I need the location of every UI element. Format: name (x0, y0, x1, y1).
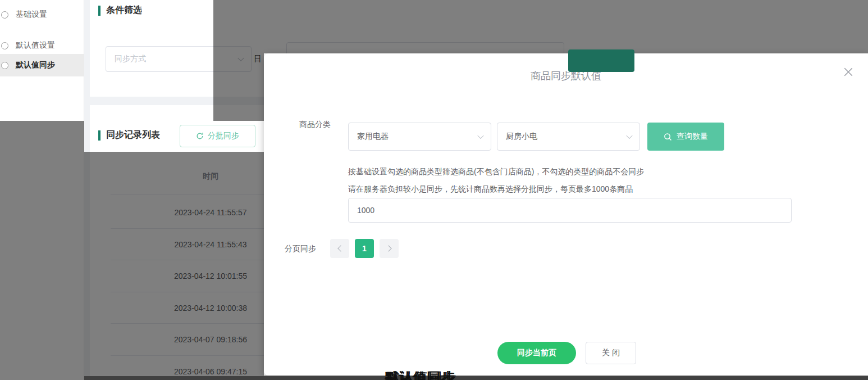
sidebar-item-label: 默认值设置 (16, 40, 55, 51)
screenshot-glitch-text: 默认值同步 (385, 369, 455, 380)
dialog-close-button[interactable]: 关 闭 (586, 342, 636, 364)
close-icon[interactable] (843, 67, 853, 77)
section-bar (98, 6, 100, 16)
query-count-label: 查询数量 (677, 132, 708, 142)
product-sync-default-dialog: 商品同步默认值 商品分类 家用电器 厨房小电 查询数量 按基础设置勾选的商品类型… (264, 53, 868, 376)
category-level2-value: 厨房小电 (506, 132, 623, 142)
sidebar-item-default-value-sync[interactable]: 默认值同步 (0, 54, 84, 76)
refresh-icon (196, 132, 204, 140)
pagination-label: 分页同步 (285, 244, 316, 254)
query-count-button[interactable]: 查询数量 (647, 123, 724, 151)
sidebar-item-basic-settings[interactable]: 基础设置 (0, 3, 84, 26)
sidebar-item-default-value-settings[interactable]: 默认值设置 (0, 34, 84, 57)
batch-sync-label: 分批同步 (208, 131, 239, 141)
search-icon (664, 133, 672, 141)
sync-current-page-button[interactable]: 同步当前页 (497, 342, 576, 364)
modal-backdrop (213, 0, 868, 53)
radio-icon (1, 11, 8, 19)
batch-sync-button[interactable]: 分批同步 (180, 125, 255, 147)
filter-section-header: 条件筛选 (98, 4, 142, 16)
sidebar-item-label: 基础设置 (16, 10, 47, 20)
pager-next-button[interactable] (380, 239, 399, 258)
chevron-left-icon (337, 245, 344, 251)
section-bar (98, 130, 100, 141)
records-section-title: 同步记录列表 (106, 129, 160, 141)
category-label: 商品分类 (299, 120, 331, 130)
pager-page-1-button[interactable]: 1 (355, 239, 374, 258)
records-section-header: 同步记录列表 (98, 129, 160, 141)
modal-backdrop (213, 53, 264, 121)
modal-backdrop (0, 121, 84, 152)
chevron-down-icon (626, 133, 632, 139)
category-level2-select[interactable]: 厨房小电 (497, 123, 640, 151)
radio-icon (1, 42, 8, 49)
category-level1-value: 家用电器 (357, 132, 474, 142)
dialog-title: 商品同步默认值 (264, 69, 868, 83)
filter-section-title: 条件筛选 (106, 4, 142, 16)
chevron-down-icon (477, 133, 483, 139)
modal-backdrop (0, 152, 264, 380)
category-level1-select[interactable]: 家用电器 (348, 123, 491, 151)
help-text-line1: 按基础设置勾选的商品类型筛选商品(不包含门店商品)，不勾选的类型的商品不会同步 (348, 166, 644, 177)
radio-icon (1, 62, 8, 69)
sidebar-item-label: 默认值同步 (16, 60, 55, 70)
pager-prev-button[interactable] (330, 239, 349, 258)
filter-search-button[interactable] (568, 49, 634, 72)
help-text-line2: 请在服务器负担较小是同步，先统计商品数再选择分批同步，每页最多1000条商品 (348, 183, 633, 194)
chevron-right-icon (385, 245, 391, 251)
screenshot-glitch-strip (84, 376, 868, 380)
page-size-input[interactable] (348, 198, 792, 223)
